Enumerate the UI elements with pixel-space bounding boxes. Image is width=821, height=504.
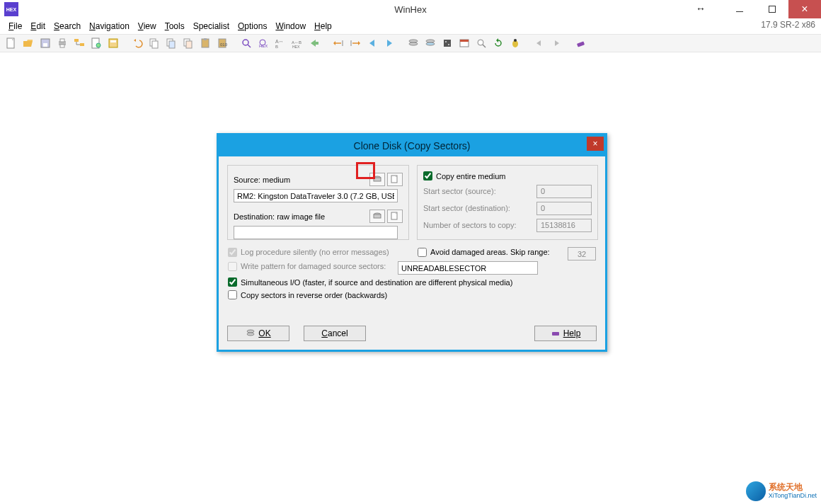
destination-field[interactable] bbox=[234, 226, 398, 239]
replace-hex-icon[interactable]: A↔BHEX bbox=[289, 36, 305, 50]
start-source-field bbox=[536, 185, 592, 198]
back-icon[interactable] bbox=[364, 36, 380, 50]
copy2-icon[interactable] bbox=[163, 36, 179, 50]
source-file-button[interactable] bbox=[387, 173, 403, 186]
play-back-icon[interactable] bbox=[532, 36, 547, 50]
svg-rect-21 bbox=[204, 38, 207, 40]
dialog-title-bar[interactable]: Clone Disk (Copy Sectors) × bbox=[219, 135, 605, 156]
svg-point-41 bbox=[409, 40, 418, 42]
paste-hex-icon[interactable]: 010 bbox=[214, 36, 230, 50]
eraser-icon[interactable] bbox=[573, 36, 588, 50]
toolbar: 010 HEX A↔B A↔BHEX bbox=[0, 34, 821, 52]
open-icon[interactable] bbox=[21, 36, 36, 50]
title-bar: HEX WinHex ↔ × bbox=[0, 0, 821, 18]
svg-rect-3 bbox=[43, 43, 47, 47]
bug-icon[interactable] bbox=[507, 36, 523, 50]
menu-navigation[interactable]: Navigation bbox=[85, 20, 134, 33]
svg-point-50 bbox=[478, 40, 483, 45]
replace-icon[interactable]: A↔B bbox=[272, 36, 288, 50]
find-icon[interactable] bbox=[239, 36, 254, 50]
menu-search[interactable]: Search bbox=[50, 20, 85, 33]
simultaneous-io-checkbox[interactable]: Simultaneous I/O (faster, if source and … bbox=[228, 277, 596, 287]
copy-icon[interactable] bbox=[147, 36, 162, 50]
svg-point-67 bbox=[247, 333, 254, 336]
forward-icon[interactable] bbox=[381, 36, 397, 50]
menu-edit[interactable]: Edit bbox=[26, 20, 50, 33]
dialog-close-button[interactable]: × bbox=[587, 137, 604, 151]
svg-rect-19 bbox=[186, 41, 192, 48]
new-file-icon[interactable] bbox=[4, 36, 19, 50]
menu-options[interactable]: Options bbox=[234, 20, 271, 33]
svg-rect-63 bbox=[374, 214, 381, 218]
copy-entire-checkbox[interactable]: Copy entire medium bbox=[423, 171, 592, 181]
goto-end-icon[interactable] bbox=[348, 36, 363, 50]
svg-marker-39 bbox=[369, 40, 374, 47]
play-forward-icon[interactable] bbox=[549, 36, 564, 50]
menu-bar: File Edit Search Navigation View Tools S… bbox=[0, 18, 821, 34]
menu-view[interactable]: View bbox=[134, 20, 161, 33]
maximize-button[interactable] bbox=[756, 0, 788, 18]
menu-file[interactable]: File bbox=[4, 20, 26, 33]
disk-icon[interactable] bbox=[105, 36, 121, 50]
dest-disk-button[interactable] bbox=[369, 210, 385, 223]
svg-marker-55 bbox=[536, 40, 541, 46]
write-pattern-field[interactable] bbox=[398, 261, 538, 275]
num-sectors-label: Number of sectors to copy: bbox=[423, 221, 516, 229]
svg-rect-49 bbox=[460, 40, 469, 42]
svg-rect-5 bbox=[60, 39, 64, 42]
disk-stack-icon[interactable] bbox=[406, 36, 421, 50]
svg-rect-57 bbox=[577, 41, 585, 47]
svg-point-54 bbox=[514, 39, 517, 42]
close-button[interactable]: × bbox=[788, 0, 821, 18]
svg-point-44 bbox=[426, 42, 435, 45]
svg-marker-56 bbox=[555, 40, 559, 46]
source-field[interactable] bbox=[234, 189, 398, 202]
svg-text:A↔: A↔ bbox=[275, 39, 284, 44]
ok-button[interactable]: OK bbox=[227, 326, 289, 341]
save-icon[interactable] bbox=[38, 36, 53, 50]
menu-specialist[interactable]: Specialist bbox=[189, 20, 234, 33]
calendar-icon[interactable] bbox=[457, 36, 472, 50]
menu-help[interactable]: Help bbox=[310, 20, 336, 33]
resize-arrow-icon: ↔ bbox=[692, 0, 709, 17]
skip-range-field bbox=[568, 247, 596, 260]
destination-label: Destination: raw image file bbox=[234, 212, 325, 221]
sector-range-group: Copy entire medium Start sector (source)… bbox=[417, 165, 598, 240]
watermark: 系统天地 XiTongTianDi.net bbox=[746, 481, 817, 501]
svg-rect-17 bbox=[169, 41, 175, 48]
hash-icon[interactable] bbox=[440, 36, 455, 50]
properties-icon[interactable] bbox=[88, 36, 104, 50]
num-sectors-field bbox=[536, 219, 592, 232]
menu-window[interactable]: Window bbox=[271, 20, 310, 33]
print-icon[interactable] bbox=[54, 36, 70, 50]
write-pattern-checkbox: Write pattern for damaged source sectors… bbox=[228, 262, 398, 271]
svg-rect-11 bbox=[109, 39, 117, 47]
magnifier-icon[interactable] bbox=[473, 36, 489, 50]
dest-file-button[interactable] bbox=[387, 210, 403, 223]
dialog-button-row: OK Cancel Help bbox=[227, 326, 597, 341]
undo-icon[interactable] bbox=[130, 36, 145, 50]
reverse-order-checkbox[interactable]: Copy sectors in reverse order (backwards… bbox=[228, 290, 596, 299]
paste-icon[interactable] bbox=[197, 36, 213, 50]
folder-tree-icon[interactable] bbox=[71, 36, 87, 50]
svg-rect-59 bbox=[374, 178, 381, 181]
avoid-damaged-checkbox[interactable]: Avoid damaged areas. Skip range: bbox=[418, 248, 568, 257]
svg-marker-34 bbox=[333, 41, 335, 45]
cancel-button[interactable]: Cancel bbox=[304, 326, 366, 341]
source-disk-button[interactable] bbox=[369, 173, 385, 186]
goto-start-icon[interactable] bbox=[331, 36, 346, 50]
disk-stack2-icon[interactable] bbox=[423, 36, 438, 50]
svg-rect-8 bbox=[80, 43, 84, 46]
svg-text:HEX: HEX bbox=[292, 45, 300, 49]
svg-marker-52 bbox=[496, 38, 498, 42]
minimize-button[interactable] bbox=[723, 0, 756, 18]
svg-point-24 bbox=[243, 40, 248, 45]
find-hex-icon[interactable]: HEX bbox=[256, 36, 271, 50]
svg-marker-32 bbox=[311, 40, 318, 47]
goto-icon[interactable] bbox=[306, 36, 322, 50]
svg-line-51 bbox=[483, 45, 486, 47]
copy3-icon[interactable] bbox=[180, 36, 196, 50]
refresh-icon[interactable] bbox=[490, 36, 506, 50]
menu-tools[interactable]: Tools bbox=[161, 20, 189, 33]
help-button[interactable]: Help bbox=[534, 326, 597, 341]
